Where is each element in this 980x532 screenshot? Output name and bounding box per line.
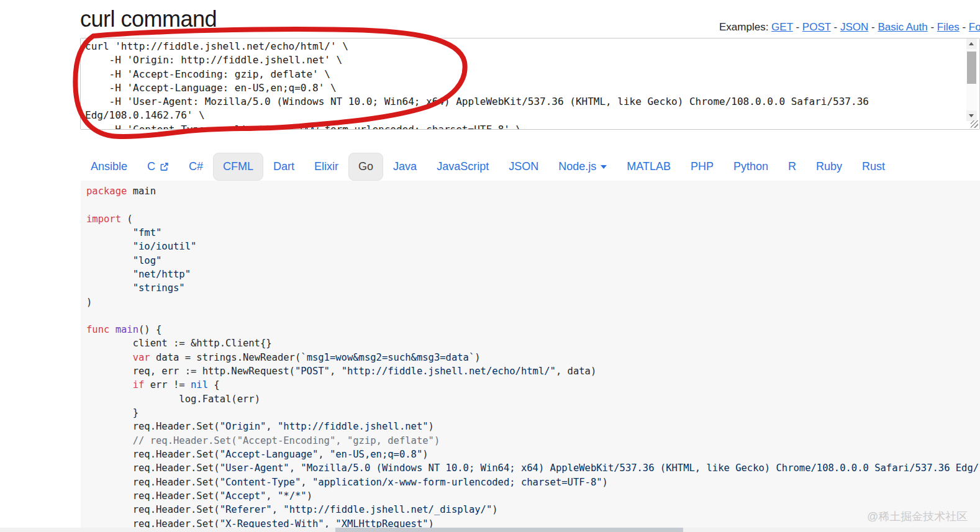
tab-ansible[interactable]: Ansible xyxy=(81,153,137,181)
code-line: "net/http" xyxy=(86,268,980,281)
watermark: @稀土掘金技术社区 xyxy=(867,509,968,524)
code-line: req.Header.Set("Referer", "http://fiddle… xyxy=(86,503,980,516)
tab-label: Python xyxy=(733,160,768,173)
tab-node-js[interactable]: Node.js xyxy=(548,153,617,181)
scrollbar-thumb[interactable] xyxy=(967,52,976,84)
resize-grip-icon[interactable] xyxy=(971,120,978,128)
tab-c-[interactable]: C# xyxy=(179,153,213,181)
arrow-up-icon xyxy=(969,42,974,45)
tab-label: C# xyxy=(189,160,203,173)
language-tabs: AnsibleC C#CFMLDartElixirGoJavaJavaScrip… xyxy=(81,153,895,181)
curl-input-container: curl 'http://fiddle.jshell.net/echo/html… xyxy=(80,38,980,130)
code-line: req.Header.Set("Content-Type", "applicat… xyxy=(86,476,980,489)
tab-label: Java xyxy=(393,160,417,173)
textarea-scrollbar[interactable] xyxy=(966,38,977,121)
code-line: var data = strings.NewReader(`msg1=wow&m… xyxy=(86,351,980,364)
caret-down-icon xyxy=(601,165,607,169)
tab-python[interactable]: Python xyxy=(724,153,778,181)
tab-rust[interactable]: Rust xyxy=(852,153,895,181)
tab-c[interactable]: C xyxy=(137,153,179,181)
tab-php[interactable]: PHP xyxy=(681,153,724,181)
code-line: req.Header.Set("Origin", "http://fiddle.… xyxy=(86,420,980,433)
code-line: req.Header.Set("Accept-Language", "en-US… xyxy=(86,448,980,461)
tab-label: Dart xyxy=(273,160,294,173)
code-line: "fmt" xyxy=(86,226,980,240)
code-line: ) xyxy=(86,295,980,309)
code-line: "strings" xyxy=(86,281,980,295)
code-line: req.Header.Set("X-Requested-With", "XMLH… xyxy=(86,517,980,528)
tab-label: CFML xyxy=(223,160,253,173)
code-line: req.Header.Set("Accept", "*/*") xyxy=(86,489,980,503)
code-line: log.Fatal(err) xyxy=(86,392,980,406)
code-line: } xyxy=(86,406,980,420)
arrow-down-icon xyxy=(969,114,974,117)
scroll-up-button[interactable] xyxy=(966,38,977,49)
tab-label: Node.js xyxy=(558,160,596,173)
tab-r[interactable]: R xyxy=(778,153,806,181)
example-link-form[interactable]: Form xyxy=(969,21,980,33)
page-title: curl command xyxy=(80,6,217,32)
example-link-files[interactable]: Files xyxy=(937,21,960,33)
code-line: req.Header.Set("User-Agent", "Mozilla/5.… xyxy=(86,461,980,475)
code-line: package main xyxy=(86,184,980,198)
page-horizontal-scrollbar[interactable] xyxy=(0,528,980,532)
code-line: func main() { xyxy=(86,323,980,336)
example-link-get[interactable]: GET xyxy=(771,21,793,33)
curl-command-input[interactable]: curl 'http://fiddle.jshell.net/echo/html… xyxy=(80,38,980,130)
tab-label: Rust xyxy=(862,160,885,173)
example-link-post[interactable]: POST xyxy=(802,21,831,33)
tab-label: Elixir xyxy=(314,160,338,173)
horizontal-scrollbar-thumb[interactable] xyxy=(335,528,683,532)
tab-ruby[interactable]: Ruby xyxy=(806,153,852,181)
code-line: req, err := http.NewRequest("POST", "htt… xyxy=(86,364,980,378)
code-line xyxy=(86,309,980,323)
example-link-basic-auth[interactable]: Basic Auth xyxy=(878,21,927,33)
tab-go[interactable]: Go xyxy=(348,153,383,181)
tab-label: JavaScript xyxy=(437,160,489,173)
code-line: if err != nil { xyxy=(86,378,980,392)
scroll-down-button[interactable] xyxy=(966,110,977,121)
code-line: "log" xyxy=(86,254,980,268)
tab-label: JSON xyxy=(509,160,538,173)
code-line: import ( xyxy=(86,212,980,226)
code-block: package mainimport ( "fmt" "io/ioutil" "… xyxy=(81,181,980,528)
tab-javascript[interactable]: JavaScript xyxy=(427,153,499,181)
code-line: // req.Header.Set("Accept-Encoding", "gz… xyxy=(86,434,980,448)
code-line xyxy=(86,198,980,212)
tab-label: R xyxy=(788,160,796,173)
tab-label: Ruby xyxy=(816,160,842,173)
tab-dart[interactable]: Dart xyxy=(263,153,304,181)
code-line: client := &http.Client{} xyxy=(86,336,980,350)
external-link-icon xyxy=(160,162,169,171)
example-link-json[interactable]: JSON xyxy=(840,21,868,33)
tab-label: PHP xyxy=(691,160,714,173)
tab-elixir[interactable]: Elixir xyxy=(304,153,348,181)
tab-label: Ansible xyxy=(91,160,127,173)
tab-json[interactable]: JSON xyxy=(499,153,548,181)
tab-label: Go xyxy=(358,160,373,173)
tab-matlab[interactable]: MATLAB xyxy=(617,153,681,181)
code-line: "io/ioutil" xyxy=(86,240,980,253)
examples-bar: Examples: GET - POST - JSON - Basic Auth… xyxy=(719,21,980,34)
tab-label: C xyxy=(147,160,155,173)
tab-java[interactable]: Java xyxy=(383,153,427,181)
examples-links: GET - POST - JSON - Basic Auth - Files -… xyxy=(771,21,980,33)
tab-label: MATLAB xyxy=(627,160,671,173)
examples-label: Examples: xyxy=(719,21,768,33)
tab-cfml[interactable]: CFML xyxy=(213,153,263,181)
